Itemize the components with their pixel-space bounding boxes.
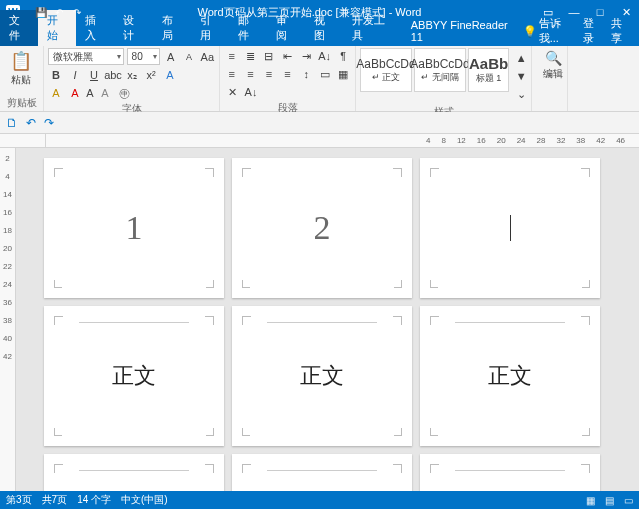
tab-mailings[interactable]: 邮件 <box>229 10 267 46</box>
snap-to-grid-icon[interactable]: ✕ <box>224 84 240 100</box>
qat-undo-icon[interactable]: ↶ <box>52 5 66 19</box>
shrink-font-icon[interactable]: A <box>181 49 196 65</box>
paste-button[interactable]: 📋 粘贴 <box>4 48 38 89</box>
styles-expand-icon[interactable]: ⌄ <box>513 86 529 102</box>
shading-icon[interactable]: ▭ <box>317 66 333 82</box>
clipboard-icon: 📋 <box>10 50 32 72</box>
align-right-icon[interactable]: ≡ <box>261 66 277 82</box>
underline-button[interactable]: U <box>86 67 102 83</box>
status-lang[interactable]: 中文(中国) <box>121 493 168 507</box>
justify-icon[interactable]: ≡ <box>280 66 296 82</box>
text-effects-icon[interactable]: A <box>162 67 178 83</box>
tell-me[interactable]: 💡 告诉我... <box>523 16 576 46</box>
align-left-icon[interactable]: ≡ <box>224 66 240 82</box>
grow-font-icon[interactable]: A <box>163 49 178 65</box>
numbering-icon[interactable]: ≣ <box>243 48 259 64</box>
align-center-icon[interactable]: ≡ <box>243 66 259 82</box>
tab-file[interactable]: 文件 <box>0 10 38 46</box>
style-normal[interactable]: AaBbCcDd ↵ 正文 <box>360 48 412 92</box>
font-name-select[interactable]: 微软雅黑 <box>48 48 124 65</box>
group-clipboard-label: 剪贴板 <box>4 95 39 110</box>
subscript-button[interactable]: x₂ <box>124 67 140 83</box>
italic-button[interactable]: I <box>67 67 83 83</box>
page-thumbnail: 1 <box>44 158 224 298</box>
highlight-icon[interactable]: A <box>48 85 64 101</box>
find-icon: 🔍 <box>545 50 562 66</box>
change-case-icon[interactable]: Aa <box>200 49 215 65</box>
page-thumbnail: 2 <box>232 158 412 298</box>
status-words[interactable]: 14 个字 <box>77 493 111 507</box>
bold-button[interactable]: B <box>48 67 64 83</box>
page-thumbnail <box>420 454 600 491</box>
char-shading-icon[interactable]: A <box>97 85 113 101</box>
status-total[interactable]: 共7页 <box>42 493 68 507</box>
view-web-icon[interactable]: ▭ <box>624 495 633 506</box>
enclose-icon[interactable]: ㊥ <box>116 85 132 101</box>
qat2-undo-icon[interactable]: ↶ <box>26 116 36 130</box>
page-thumbnail: 正文 <box>44 306 224 446</box>
qat2-redo-icon[interactable]: ↷ <box>44 116 54 130</box>
view-print-icon[interactable]: ▤ <box>605 495 614 506</box>
page-thumbnail: 正文 <box>232 306 412 446</box>
superscript-button[interactable]: x² <box>143 67 159 83</box>
tab-abbyy[interactable]: ABBYY FineReader 11 <box>402 16 523 46</box>
decrease-indent-icon[interactable]: ⇤ <box>280 48 296 64</box>
page-thumbnail <box>232 454 412 491</box>
qat2-new-icon[interactable]: 🗋 <box>6 116 18 130</box>
style-nospacing[interactable]: AaBbCcDd ↵ 无间隔 <box>414 48 466 92</box>
editing-button[interactable]: 🔍 编辑 <box>536 48 570 83</box>
strike-button[interactable]: abc <box>105 67 121 83</box>
page-thumbnail <box>44 454 224 491</box>
view-read-icon[interactable]: ▦ <box>586 495 595 506</box>
qat-save-icon[interactable]: 💾 <box>34 5 48 19</box>
text-cursor <box>510 215 511 241</box>
signin-link[interactable]: 登录 <box>583 16 603 46</box>
style-heading1[interactable]: AaBb 标题 1 <box>468 48 509 92</box>
document-canvas[interactable]: 1 2 正文 正文 正文 <box>16 148 639 491</box>
page-thumbnail: 正文 <box>420 306 600 446</box>
font-size-select[interactable]: 80 <box>127 48 160 65</box>
tab-layout[interactable]: 布局 <box>153 10 191 46</box>
tab-developer[interactable]: 开发工具 <box>343 10 401 46</box>
borders-icon[interactable]: ▦ <box>335 66 351 82</box>
qat-redo-icon[interactable]: ↷ <box>70 5 84 19</box>
paragraph-settings-icon[interactable]: A↓ <box>243 84 259 100</box>
styles-scroll-down-icon[interactable]: ▼ <box>513 68 529 84</box>
line-spacing-icon[interactable]: ↕ <box>298 66 314 82</box>
tab-references[interactable]: 引用 <box>191 10 229 46</box>
char-border-icon[interactable]: A <box>86 85 94 101</box>
bullets-icon[interactable]: ≡ <box>224 48 240 64</box>
sort-icon[interactable]: A↓ <box>317 48 333 64</box>
vertical-ruler[interactable]: 2 4 14 16 18 20 22 24 36 38 40 42 <box>0 148 16 491</box>
tab-view[interactable]: 视图 <box>305 10 343 46</box>
share-button[interactable]: 共享 <box>611 16 631 46</box>
tab-review[interactable]: 审阅 <box>267 10 305 46</box>
increase-indent-icon[interactable]: ⇥ <box>298 48 314 64</box>
page-thumbnail <box>420 158 600 298</box>
multilevel-icon[interactable]: ⊟ <box>261 48 277 64</box>
tab-design[interactable]: 设计 <box>114 10 152 46</box>
styles-scroll-up-icon[interactable]: ▲ <box>513 50 529 66</box>
status-page[interactable]: 第3页 <box>6 493 32 507</box>
horizontal-ruler[interactable]: 4 8 12 16 20 24 28 32 38 42 46 <box>46 134 639 147</box>
font-color-icon[interactable]: A <box>67 85 83 101</box>
show-marks-icon[interactable]: ¶ <box>335 48 351 64</box>
